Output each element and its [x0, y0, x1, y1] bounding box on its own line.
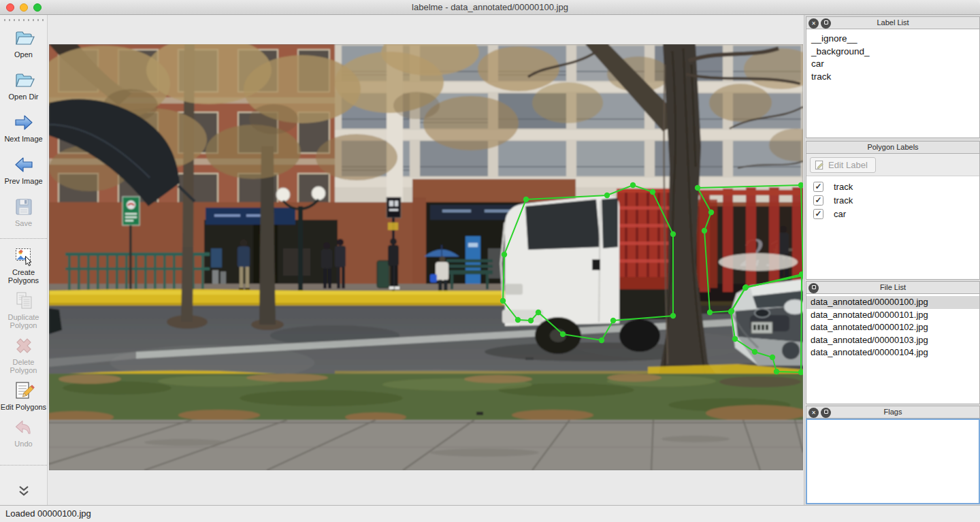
panel-label-list: ✕ Label List __ignore___background_cartr… [806, 16, 980, 138]
polygon-vertex[interactable] [630, 182, 636, 188]
toolbar-button-label: Next Image [0, 135, 47, 143]
file-list: data_annotated/00000100.jpgdata_annotate… [806, 294, 979, 359]
polygon-vertex[interactable] [707, 310, 713, 315]
float-panel-icon[interactable] [821, 18, 831, 29]
polygon-vertex[interactable] [610, 318, 616, 323]
polygon-vertex[interactable] [515, 317, 521, 323]
edit-label-button[interactable]: Edit Label [810, 157, 876, 173]
label-list-item[interactable]: _background_ [811, 46, 979, 59]
file-list-item[interactable]: data_annotated/00000101.jpg [806, 309, 979, 322]
polygon-vertex[interactable] [774, 369, 779, 374]
toolbar-button-label: Duplicate Polygon [0, 313, 47, 329]
polygon-vertex[interactable] [770, 355, 775, 360]
toolbar-button-edit-polygons[interactable]: Edit Polygons [0, 380, 47, 411]
folder-icon [13, 27, 35, 49]
polygon-label-text: track [834, 182, 853, 192]
toolbar-drag-handle[interactable] [4, 19, 44, 21]
close-panel-icon[interactable]: ✕ [808, 408, 819, 418]
polygon-vertex[interactable] [670, 313, 676, 319]
polygon-vertex[interactable] [708, 210, 714, 215]
file-list-item[interactable]: data_annotated/00000102.jpg [806, 321, 979, 334]
toolbar-button-label: Save [0, 219, 47, 227]
polygon-label-list: ✓track✓track✓car [806, 176, 979, 221]
annotated-photo[interactable]: 21 [49, 44, 803, 470]
toolbar-button-label: Undo [0, 440, 47, 448]
duplicate-icon [13, 290, 35, 312]
toolbar-button-create-polygons[interactable]: Create Polygons [0, 238, 47, 284]
undo-icon [13, 417, 35, 438]
create-polygon-icon [13, 245, 35, 267]
panel-title: Label List [806, 17, 979, 29]
arrow-left-icon [13, 154, 35, 176]
panel-file-list-header[interactable]: File List [806, 281, 980, 294]
right-dock: ✕ Label List __ignore___background_cartr… [804, 15, 980, 505]
toolbar-button-open-dir[interactable]: Open Dir [0, 69, 47, 101]
float-panel-icon[interactable] [821, 408, 831, 418]
toolbar-button-open[interactable]: Open [0, 27, 47, 59]
toolbar-button-label: Prev Image [0, 177, 47, 185]
polygon-vertex[interactable] [523, 197, 529, 202]
toolbar-button-save: Save [0, 196, 47, 227]
polygon-vertex[interactable] [732, 336, 738, 342]
polygon-vertex[interactable] [752, 349, 757, 355]
toolbar-button-label: Delete Polygon [0, 358, 47, 374]
polygon-vertex[interactable] [604, 193, 610, 198]
panel-polygon-labels: Polygon Labels Edit Label ✓track✓track✓c… [806, 141, 980, 280]
polygon-vertex[interactable] [650, 189, 655, 195]
edit-label-button-text: Edit Label [828, 160, 868, 170]
panel-flags-header[interactable]: ✕ Flags [806, 406, 980, 419]
photo-scene: 21 [49, 44, 803, 470]
polygon-vertex[interactable] [670, 231, 676, 237]
status-message: Loaded 00000100.jpg [5, 508, 91, 519]
toolbar-collapse-button[interactable] [0, 465, 47, 505]
label-list-item[interactable]: car [811, 58, 979, 71]
polygon-label-item[interactable]: ✓car [806, 207, 979, 221]
toolbar-button-label: Edit Polygons [0, 403, 47, 411]
toolbar-button-label: Open Dir [0, 93, 47, 101]
polygon-vertex[interactable] [728, 309, 734, 314]
file-list-item[interactable]: data_annotated/00000104.jpg [806, 346, 979, 359]
traffic-lights [6, 3, 42, 12]
checkbox[interactable]: ✓ [813, 182, 823, 192]
panel-label-list-header[interactable]: ✕ Label List [806, 16, 980, 29]
polygon-label-item[interactable]: ✓track [806, 193, 979, 207]
polygon-vertex[interactable] [500, 298, 506, 304]
polygon-label-text: track [834, 195, 853, 206]
panel-title: Polygon Labels [806, 142, 979, 153]
folder-icon [13, 69, 35, 91]
checkbox[interactable]: ✓ [813, 209, 823, 219]
edit-icon [13, 380, 35, 402]
canvas-area[interactable]: 21 [48, 15, 804, 505]
minimize-window-button[interactable] [20, 3, 28, 12]
panel-polygon-labels-header[interactable]: Polygon Labels [806, 141, 980, 154]
polygon-vertex[interactable] [536, 310, 541, 315]
panel-flags: ✕ Flags [806, 406, 980, 504]
toolbar-button-label: Open [0, 50, 47, 59]
polygon-vertex[interactable] [702, 228, 707, 233]
polygon-vertex[interactable] [560, 331, 566, 337]
window-title: labelme - data_annotated/00000100.jpg [0, 0, 980, 14]
close-window-button[interactable] [6, 3, 14, 12]
checkbox[interactable]: ✓ [813, 195, 823, 206]
photo-scene-art: 21 [49, 44, 803, 470]
toolbar-button-next-image[interactable]: Next Image [0, 112, 47, 143]
file-list-item[interactable]: data_annotated/00000100.jpg [806, 296, 979, 309]
label-list: __ignore___background_cartrack [806, 29, 979, 83]
polygon-vertex[interactable] [502, 252, 507, 257]
polygon-vertex[interactable] [695, 185, 700, 191]
toolbar-button-label: Create Polygons [0, 268, 47, 284]
float-panel-icon[interactable] [808, 283, 819, 293]
toolbar-button-duplicate-polygon: Duplicate Polygon [0, 290, 47, 329]
file-list-item[interactable]: data_annotated/00000103.jpg [806, 334, 979, 347]
close-panel-icon[interactable]: ✕ [808, 18, 819, 29]
zoom-window-button[interactable] [33, 3, 42, 12]
polygon-vertex[interactable] [599, 338, 604, 343]
polygon-label-item[interactable]: ✓track [806, 180, 979, 193]
labelme-window: labelme - data_annotated/00000100.jpg Op… [0, 0, 980, 522]
label-list-item[interactable]: __ignore__ [811, 33, 979, 46]
toolbar-button-prev-image[interactable]: Prev Image [0, 154, 47, 185]
polygon-vertex[interactable] [742, 285, 748, 291]
label-list-item[interactable]: track [811, 71, 979, 84]
polygon-vertex[interactable] [528, 318, 534, 323]
titlebar: labelme - data_annotated/00000100.jpg [0, 0, 980, 15]
